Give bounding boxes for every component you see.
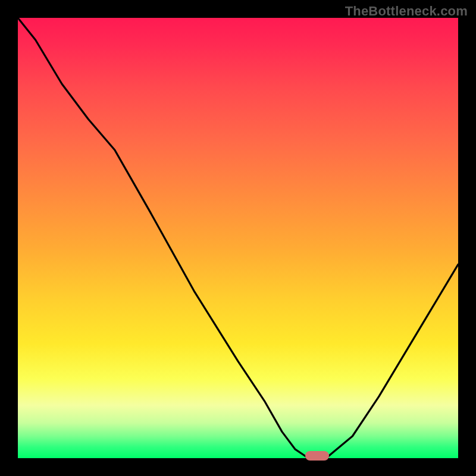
watermark-text: TheBottleneck.com xyxy=(345,4,468,19)
bottleneck-curve xyxy=(18,18,458,458)
plot-area xyxy=(18,18,458,458)
optimal-marker xyxy=(305,451,329,461)
